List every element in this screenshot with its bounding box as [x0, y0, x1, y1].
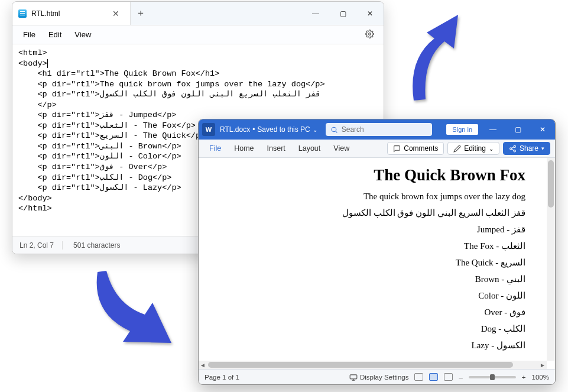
menu-file[interactable]: File [17, 28, 41, 41]
svg-line-6 [512, 149, 514, 150]
chevron-down-icon: ⌄ [489, 145, 494, 152]
notepad-titlebar: RTL.html ✕ ＋ — ▢ ✕ [12, 2, 384, 25]
word-titlebar: W RTL.docx • Saved to this PC ⌄ Sign in … [199, 119, 555, 140]
word-saved-label: Saved to this PC [257, 125, 310, 134]
doc-paragraph: The quick brown fox jumps over the lazy … [215, 192, 525, 202]
zoom-out-button[interactable]: – [459, 374, 462, 381]
doc-paragraph: الكلب - Dog [215, 323, 525, 334]
ribbon-tab-file[interactable]: File [203, 141, 227, 155]
search-icon [330, 126, 338, 134]
notepad-tab-title: RTL.html [31, 9, 60, 18]
notepad-tab[interactable]: RTL.html ✕ [12, 2, 131, 25]
maximize-button[interactable]: ▢ [329, 2, 356, 25]
view-mode-read[interactable] [414, 373, 423, 381]
notepad-window-buttons: — ▢ ✕ [302, 2, 384, 25]
ribbon-tab-view[interactable]: View [327, 141, 355, 155]
word-statusbar: Page 1 of 1 Display Settings – + 100% [199, 369, 555, 384]
share-icon [509, 145, 517, 153]
word-document[interactable]: The Quick Brown Fox The quick brown fox … [199, 158, 547, 361]
chevron-down-icon: ⌄ [313, 127, 317, 133]
doc-paragraph: الكسول - Lazy [215, 340, 525, 351]
pencil-icon [453, 145, 461, 153]
close-button[interactable]: ✕ [530, 119, 555, 140]
doc-paragraph: قفز - Jumped [215, 224, 525, 235]
view-mode-print[interactable] [429, 373, 438, 381]
comments-button[interactable]: Comments [387, 142, 444, 155]
minimize-button[interactable]: — [302, 2, 329, 25]
notepad-menubar: File Edit View [12, 25, 384, 44]
word-document-area: The Quick Brown Fox The quick brown fox … [199, 158, 555, 369]
scroll-right-arrow[interactable]: ► [538, 362, 547, 368]
word-window-buttons: — ▢ ✕ [481, 119, 555, 140]
svg-line-2 [336, 131, 337, 132]
cursor-position: Ln 2, Col 7 [20, 241, 63, 250]
menu-view[interactable]: View [69, 28, 97, 41]
ribbon-tab-home[interactable]: Home [228, 141, 259, 155]
monitor-icon [349, 374, 358, 381]
zoom-level: 100% [532, 374, 549, 381]
doc-paragraph: فوق - Over [215, 307, 525, 318]
doc-paragraph: البني - Brown [215, 274, 525, 284]
minimize-button[interactable]: — [481, 119, 505, 140]
word-app-icon: W [202, 123, 215, 136]
close-button[interactable]: ✕ [356, 2, 384, 25]
search-input[interactable] [342, 125, 407, 134]
svg-rect-8 [350, 374, 357, 378]
menu-edit[interactable]: Edit [43, 28, 67, 41]
doc-paragraph: الثعلب - The Fox [215, 241, 525, 251]
word-search-box[interactable] [326, 123, 432, 136]
decorative-arrow [89, 266, 189, 357]
word-ribbon: File Home Insert Layout View Comments Ed… [199, 140, 555, 158]
scrollbar-thumb[interactable] [548, 160, 554, 208]
ribbon-tab-layout[interactable]: Layout [293, 141, 327, 155]
arrow-icon [89, 266, 189, 355]
doc-paragraph: السريع - The Quick [215, 257, 525, 268]
svg-point-3 [514, 145, 515, 147]
page-indicator[interactable]: Page 1 of 1 [205, 374, 239, 381]
doc-paragraph: قفز الثعلب السريع البني اللون فوق الكلب … [215, 208, 525, 218]
doc-heading: The Quick Brown Fox [215, 166, 525, 184]
svg-point-4 [510, 147, 512, 149]
comment-icon [393, 145, 401, 153]
maximize-button[interactable]: ▢ [505, 119, 530, 140]
scrollbar-thumb[interactable] [208, 362, 513, 368]
new-tab-button[interactable]: ＋ [131, 2, 151, 25]
sign-in-button[interactable]: Sign in [446, 124, 478, 135]
settings-gear-icon[interactable] [361, 27, 379, 43]
view-mode-web[interactable] [444, 373, 453, 381]
arrow-icon [402, 6, 473, 106]
doc-paragraph: اللون - Color [215, 290, 525, 301]
word-filename: RTL.docx [220, 125, 250, 134]
word-title[interactable]: RTL.docx • Saved to this PC ⌄ [220, 125, 317, 134]
svg-point-1 [332, 127, 336, 132]
tab-close-button[interactable]: ✕ [109, 8, 123, 20]
svg-line-7 [512, 147, 514, 148]
editing-mode-button[interactable]: Editing ⌄ [447, 142, 499, 155]
vertical-scrollbar[interactable] [547, 158, 555, 361]
decorative-arrow [402, 6, 473, 109]
share-button[interactable]: Share ▾ [503, 142, 550, 155]
ribbon-tab-insert[interactable]: Insert [261, 141, 291, 155]
scroll-left-arrow[interactable]: ◄ [199, 362, 207, 368]
char-count: 501 characters [73, 241, 128, 250]
display-settings-button[interactable]: Display Settings [349, 374, 408, 381]
svg-point-0 [369, 33, 371, 35]
word-window: W RTL.docx • Saved to this PC ⌄ Sign in … [198, 119, 556, 385]
horizontal-scrollbar[interactable]: ◄ ► [199, 361, 547, 369]
svg-point-5 [514, 150, 515, 151]
zoom-in-button[interactable]: + [522, 374, 526, 381]
notepad-file-icon [18, 9, 27, 18]
zoom-slider[interactable] [469, 376, 516, 378]
zoom-slider-thumb[interactable] [490, 374, 495, 380]
